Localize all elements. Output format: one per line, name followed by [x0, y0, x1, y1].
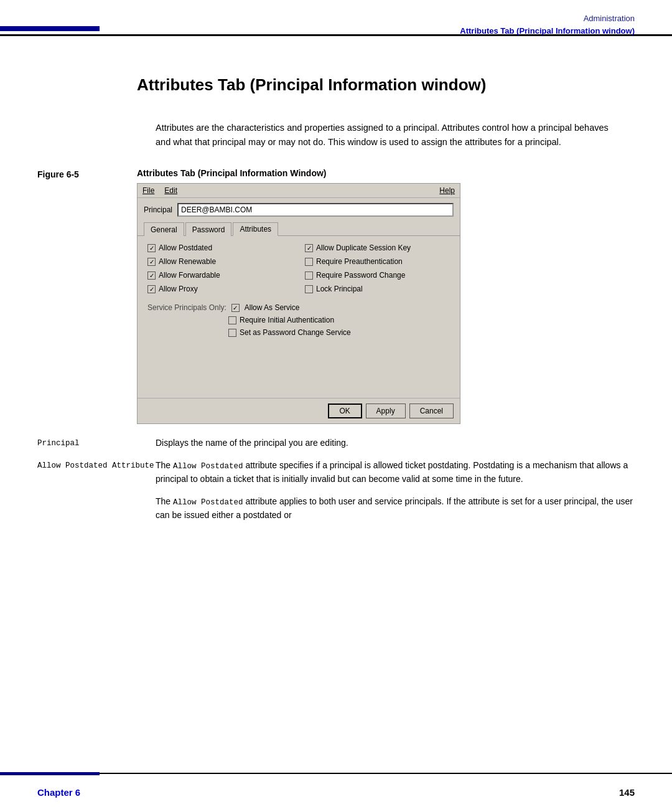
service-checkboxes: Require Initial Authentication Set as Pa…	[228, 316, 450, 337]
desc-allow-postdated-def: The Allow Postdated attribute specifies …	[156, 459, 635, 486]
cancel-button[interactable]: Cancel	[409, 404, 454, 418]
desc-principal-def: Displays the name of the principal you a…	[156, 437, 635, 450]
cb-allow-duplicate-label: Allow Duplicate Session Key	[316, 243, 411, 252]
cb-allow-forwardable-label: Allow Forwardable	[159, 271, 220, 280]
cb-allow-proxy-label: Allow Proxy	[159, 285, 198, 293]
principal-input[interactable]	[177, 203, 454, 217]
tab-general[interactable]: General	[144, 222, 184, 236]
cb-require-initial-auth: Require Initial Authentication	[228, 316, 450, 324]
cb-allow-as-service-box[interactable]	[231, 304, 240, 312]
desc-principal-term: Principal	[37, 437, 156, 450]
cb-allow-renewable: Allow Renewable	[147, 257, 292, 266]
cb-require-pwd-change: Require Password Change	[305, 271, 450, 280]
header-text-block: Administration Attributes Tab (Principal…	[460, 12, 635, 37]
principal-field-label: Principal	[144, 205, 172, 214]
cb-allow-as-service-label: Allow As Service	[245, 303, 300, 312]
cb-require-initial-auth-label: Require Initial Authentication	[240, 316, 334, 324]
header-admin-label: Administration	[460, 12, 635, 25]
cb-allow-proxy-box[interactable]	[147, 285, 156, 293]
menu-help[interactable]: Help	[439, 186, 455, 195]
main-content: Attributes Tab (Principal Information wi…	[37, 68, 635, 770]
dialog-window: File Edit Help Principal General Passwor…	[137, 183, 460, 424]
service-principals-label: Service Principals Only:	[147, 303, 226, 312]
cb-allow-forwardable-box[interactable]	[147, 271, 156, 280]
checkbox-grid: Allow Postdated Allow Duplicate Session …	[147, 243, 450, 293]
menu-file[interactable]: File	[142, 186, 154, 195]
dialog-body: Allow Postdated Allow Duplicate Session …	[138, 236, 460, 398]
footer-page-number: 145	[619, 787, 635, 798]
menubar-left: File Edit	[142, 186, 177, 195]
cb-allow-postdated: Allow Postdated	[147, 243, 292, 252]
figure-caption: Attributes Tab (Principal Information Wi…	[137, 168, 635, 178]
figure-content: Attributes Tab (Principal Information Wi…	[137, 168, 635, 424]
footer-blue-bar	[0, 772, 100, 775]
menu-edit[interactable]: Edit	[164, 186, 177, 195]
service-allow-service-row: Service Principals Only: Allow As Servic…	[147, 303, 450, 312]
cb-require-pwd-change-box[interactable]	[305, 271, 313, 280]
cb-allow-proxy: Allow Proxy	[147, 285, 292, 293]
tab-password[interactable]: Password	[185, 222, 232, 236]
cb-allow-forwardable: Allow Forwardable	[147, 271, 292, 280]
cb-allow-renewable-box[interactable]	[147, 258, 156, 266]
ok-button[interactable]: OK	[328, 404, 362, 418]
cb-require-pwd-change-label: Require Password Change	[316, 271, 405, 280]
tab-attributes[interactable]: Attributes	[233, 222, 278, 236]
cb-set-pwd-change-service-box[interactable]	[228, 329, 236, 337]
page-header: Administration Attributes Tab (Principal…	[0, 0, 672, 68]
dialog-tabs: General Password Attributes	[138, 222, 460, 236]
cb-allow-postdated-box[interactable]	[147, 244, 156, 252]
dialog-footer: OK Apply Cancel	[138, 398, 460, 423]
desc-allow-postdated-para2: The Allow Postdated attribute applies to…	[156, 495, 635, 522]
apply-button[interactable]: Apply	[366, 404, 406, 418]
dialog-menubar: File Edit Help	[138, 184, 460, 198]
cb-allow-renewable-label: Allow Renewable	[159, 257, 216, 266]
cb-require-preauth-box[interactable]	[305, 258, 313, 266]
cb-allow-duplicate: Allow Duplicate Session Key	[305, 243, 450, 252]
service-section: Service Principals Only: Allow As Servic…	[147, 303, 450, 337]
description-section: Principal Displays the name of the princ…	[37, 437, 635, 522]
cb-lock-principal-box[interactable]	[305, 285, 313, 293]
cb-require-preauth: Require Preauthentication	[305, 257, 450, 266]
intro-paragraph: Attributes are the characteristics and p…	[156, 121, 622, 149]
cb-allow-postdated-label: Allow Postdated	[159, 243, 212, 252]
desc-allow-postdated-term: Allow Postdated Attribute	[37, 459, 156, 486]
principal-row: Principal	[138, 198, 460, 222]
desc-allow-postdated: Allow Postdated Attribute The Allow Post…	[37, 459, 635, 486]
cb-lock-principal-label: Lock Principal	[316, 285, 363, 293]
cb-require-initial-auth-box[interactable]	[228, 316, 236, 324]
footer-chapter: Chapter 6	[37, 787, 80, 798]
header-subtitle-label: Attributes Tab (Principal Information wi…	[460, 25, 635, 37]
cb-set-pwd-change-service-label: Set as Password Change Service	[240, 328, 351, 337]
cb-lock-principal: Lock Principal	[305, 285, 450, 293]
cb-set-pwd-change-service: Set as Password Change Service	[228, 328, 450, 337]
page-title: Attributes Tab (Principal Information wi…	[137, 75, 486, 96]
header-blue-bar	[0, 26, 100, 31]
cb-allow-duplicate-box[interactable]	[305, 244, 313, 252]
page-footer: Chapter 6 145	[0, 773, 672, 807]
desc-principal: Principal Displays the name of the princ…	[37, 437, 635, 450]
cb-require-preauth-label: Require Preauthentication	[316, 257, 403, 266]
figure-section: Figure 6-5 Attributes Tab (Principal Inf…	[37, 168, 635, 424]
figure-label: Figure 6-5	[37, 168, 137, 179]
